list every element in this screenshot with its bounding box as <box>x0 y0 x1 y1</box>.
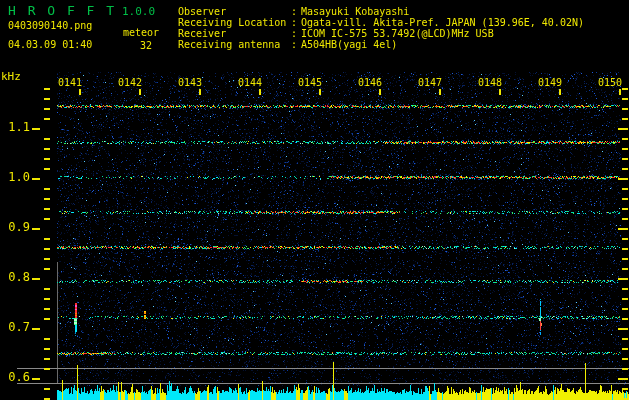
time-tick-label: 0142 <box>118 77 142 88</box>
info-row-observer: Observer:Masayuki Kobayashi <box>178 6 584 17</box>
freq-axis-unit: kHz <box>1 70 21 83</box>
meteor-count: 32 <box>140 40 152 51</box>
time-tick-label: 0148 <box>478 77 502 88</box>
info-value: Masayuki Kobayashi <box>301 6 409 17</box>
time-tick-label: 0144 <box>238 77 262 88</box>
time-tick-label: 0145 <box>298 77 322 88</box>
time-tick-label: 0143 <box>178 77 202 88</box>
info-label: Receiver <box>178 28 291 39</box>
freq-tick-label: 1.1 <box>0 120 30 134</box>
freq-tick-label: 0.9 <box>0 220 30 234</box>
hrofft-screen: H R O F F T 1.0.0 0403090140.png meteor … <box>0 0 629 400</box>
info-separator: : <box>291 28 301 39</box>
freq-tick-label: 0.6 <box>0 370 30 384</box>
info-value: ICOM IC-575 53.7492(@LCD)MHz USB <box>301 28 494 39</box>
info-label: Observer <box>178 6 291 17</box>
info-row-antenna: Receiving antenna:A504HB(yagi 4el) <box>178 39 584 50</box>
spectrogram-canvas <box>0 0 629 400</box>
info-separator: : <box>291 6 301 17</box>
station-info-block: Observer:Masayuki Kobayashi Receiving Lo… <box>178 6 584 50</box>
info-separator: : <box>291 17 301 28</box>
time-tick-label: 0149 <box>538 77 562 88</box>
info-row-location: Receiving Location:Ogata-vill. Akita-Pre… <box>178 17 584 28</box>
app-version: 1.0.0 <box>122 5 155 18</box>
timestamp: 04.03.09 01:40 <box>8 39 92 50</box>
app-title: H R O F F T <box>8 3 116 18</box>
time-tick-label: 0141 <box>58 77 82 88</box>
info-label: Receiving Location <box>178 17 291 28</box>
time-tick-label: 0147 <box>418 77 442 88</box>
freq-tick-label: 1.0 <box>0 170 30 184</box>
freq-tick-label: 0.8 <box>0 270 30 284</box>
info-row-receiver: Receiver:ICOM IC-575 53.7492(@LCD)MHz US… <box>178 28 584 39</box>
info-value: Ogata-vill. Akita-Pref. JAPAN (139.96E, … <box>301 17 584 28</box>
freq-tick-label: 0.7 <box>0 320 30 334</box>
info-value: A504HB(yagi 4el) <box>301 39 397 50</box>
time-tick-label: 0150 <box>598 77 622 88</box>
time-tick-label: 0146 <box>358 77 382 88</box>
output-filename: 0403090140.png <box>8 20 92 31</box>
info-separator: : <box>291 39 301 50</box>
mode-label: meteor <box>123 27 159 38</box>
info-label: Receiving antenna <box>178 39 291 50</box>
